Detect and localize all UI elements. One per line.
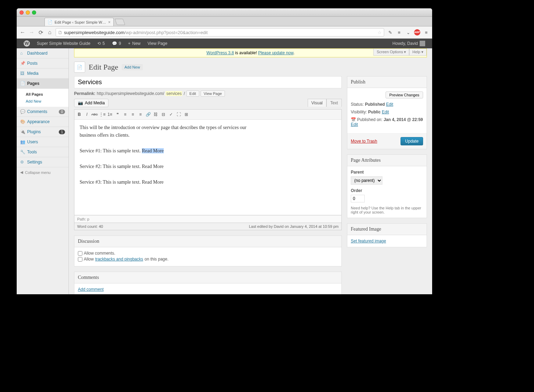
evernote-icon[interactable]: ✎ xyxy=(387,29,393,35)
home-icon[interactable]: ⌂ xyxy=(47,29,53,35)
submenu-all-pages[interactable]: All Pages xyxy=(17,91,68,98)
favicon: 📄 xyxy=(48,20,52,24)
screen-options-tab[interactable]: Screen Options ▾ xyxy=(373,49,409,56)
add-new-button[interactable]: Add New xyxy=(122,64,143,70)
unlink-icon[interactable]: ⛓ xyxy=(152,111,159,118)
new-content-link[interactable]: +New xyxy=(124,39,144,48)
set-featured-link[interactable]: Set featured image xyxy=(351,239,386,243)
quote-icon[interactable]: ❝ xyxy=(114,111,121,118)
updates-link[interactable]: ⟲5 xyxy=(94,39,108,48)
window-minimize[interactable] xyxy=(26,10,30,15)
wp-version-link[interactable]: WordPress 3.8 xyxy=(207,50,234,55)
menu-users[interactable]: 👥Users xyxy=(17,137,68,147)
link-icon[interactable]: 🔗 xyxy=(145,111,152,118)
discussion-box: Discussion Allow comments. Allow trackba… xyxy=(74,235,342,266)
menu-posts[interactable]: 📌Posts xyxy=(17,58,68,69)
edit-status-link[interactable]: Edit xyxy=(386,102,393,107)
camera-icon: 📷 xyxy=(78,101,83,105)
comments-link[interactable]: 💬9 xyxy=(108,39,125,48)
users-icon: 👥 xyxy=(20,139,25,144)
more-icon[interactable]: ⊟ xyxy=(160,111,167,118)
trackbacks-link[interactable]: trackbacks and pingbacks xyxy=(95,257,143,262)
wp-logo[interactable]: W xyxy=(20,39,33,48)
howdy-account[interactable]: Howdy, David xyxy=(389,39,429,48)
window-zoom[interactable] xyxy=(32,10,36,15)
page-icon: 🗋 xyxy=(58,30,63,35)
align-left-icon[interactable]: ≡ xyxy=(122,111,129,118)
buffer-icon[interactable]: ≡ xyxy=(396,29,402,35)
path-bar: Path: p xyxy=(74,215,342,223)
page-attributes-box: Page Attributes Parent (no parent) Order… xyxy=(347,154,427,218)
update-now-link[interactable]: Please update now xyxy=(258,50,293,55)
fullscreen-icon[interactable]: ⛶ xyxy=(175,111,182,118)
align-center-icon[interactable]: ≡ xyxy=(129,111,136,118)
reload-icon[interactable]: ⟳ xyxy=(38,29,44,35)
allow-comments-checkbox[interactable] xyxy=(78,251,82,256)
add-media-button[interactable]: 📷Add Media xyxy=(74,99,108,107)
permalink-row: Permalink: http://supersimplewebsiteguid… xyxy=(74,90,342,97)
browser-window: 📄 Edit Page ‹ Super Simple W… × ← → ⟳ ⌂ … xyxy=(17,8,432,294)
menu-tools[interactable]: 🔧Tools xyxy=(17,147,68,157)
bold-icon[interactable]: B xyxy=(76,111,83,118)
allow-pings-checkbox[interactable] xyxy=(78,257,82,262)
permalink-slug: services xyxy=(165,91,182,96)
add-comment-link[interactable]: Add comment xyxy=(78,287,104,292)
italic-icon[interactable]: I xyxy=(83,111,90,118)
new-tab-button[interactable] xyxy=(115,19,126,25)
edit-permalink-button[interactable]: Edit xyxy=(186,90,199,97)
edit-visibility-link[interactable]: Edit xyxy=(382,110,389,114)
view-page-button[interactable]: View Page xyxy=(201,90,225,97)
bookmark-star-icon[interactable]: ☆ xyxy=(378,30,382,35)
trash-link[interactable]: Move to Trash xyxy=(351,139,377,144)
view-page-link[interactable]: View Page xyxy=(144,39,171,48)
menu-pages[interactable]: 📄Pages xyxy=(17,79,68,89)
menu-plugins[interactable]: 🔌Plugins1 xyxy=(17,127,68,137)
menu-media[interactable]: 🖼Media xyxy=(17,69,68,79)
forward-icon[interactable]: → xyxy=(29,29,35,35)
featured-image-box: Featured Image Set featured image xyxy=(347,223,427,247)
align-right-icon[interactable]: ≡ xyxy=(137,111,144,118)
menu-comments[interactable]: 💬Comments0 xyxy=(17,107,68,117)
pocket-icon[interactable]: ⌄ xyxy=(405,29,411,35)
content-area: WordPress 3.8 is available! Please updat… xyxy=(69,48,432,294)
preview-button[interactable]: Preview Changes xyxy=(386,91,423,98)
help-tab[interactable]: Help ▾ xyxy=(409,49,427,56)
window-close[interactable] xyxy=(19,10,24,15)
plugin-icon: 🔌 xyxy=(20,129,25,134)
submenu-add-new[interactable]: Add New xyxy=(17,98,68,105)
collapse-menu[interactable]: ◀Collapse menu xyxy=(17,167,68,177)
content-editor[interactable]: This will be the introduction or overvie… xyxy=(74,120,342,215)
parent-select[interactable]: (no parent) xyxy=(351,176,382,185)
attributes-title: Page Attributes xyxy=(347,155,427,166)
menu-appearance[interactable]: 🎨Appearance xyxy=(17,117,68,127)
featured-title: Featured Image xyxy=(347,224,427,235)
close-tab-icon[interactable]: × xyxy=(108,20,111,25)
spell-icon[interactable]: ✓ xyxy=(168,111,175,118)
plus-icon: + xyxy=(128,41,130,46)
selected-text: Read More xyxy=(142,148,164,153)
wp-admin-bar: W Super Simple Website Guide ⟲5 💬9 +New … xyxy=(17,39,432,48)
tab-strip: 📄 Edit Page ‹ Super Simple W… × xyxy=(17,17,432,26)
edit-date-link[interactable]: Edit xyxy=(351,122,358,127)
pages-submenu: All Pages Add New xyxy=(17,89,68,107)
adblock-icon[interactable]: ABP xyxy=(414,29,420,35)
site-name-link[interactable]: Super Simple Website Guide xyxy=(33,39,94,48)
menu-icon[interactable]: ≡ xyxy=(423,29,429,35)
browser-tab[interactable]: 📄 Edit Page ‹ Super Simple W… × xyxy=(44,18,114,26)
menu-settings[interactable]: ⚙Settings xyxy=(17,157,68,167)
menu-dashboard[interactable]: ⌂Dashboard xyxy=(17,48,68,58)
text-tab[interactable]: Text xyxy=(326,99,342,107)
order-input[interactable] xyxy=(351,195,365,202)
url-input[interactable]: 🗋 supersimplewebsiteguide.com/wp-admin/p… xyxy=(56,28,384,37)
back-icon[interactable]: ← xyxy=(19,29,26,35)
avatar xyxy=(420,41,425,46)
home-icon: ⌂ xyxy=(20,51,25,56)
visual-tab[interactable]: Visual xyxy=(308,99,326,107)
strike-icon[interactable]: ABC xyxy=(91,111,98,118)
post-title-input[interactable] xyxy=(74,76,342,88)
update-button[interactable]: Update xyxy=(400,137,423,145)
kitchensink-icon[interactable]: ⊞ xyxy=(183,111,190,118)
ul-icon[interactable]: ⋮≡ xyxy=(99,111,106,118)
screen-meta: Screen Options ▾ Help ▾ xyxy=(373,49,427,56)
ol-icon[interactable]: 1≡ xyxy=(106,111,113,118)
